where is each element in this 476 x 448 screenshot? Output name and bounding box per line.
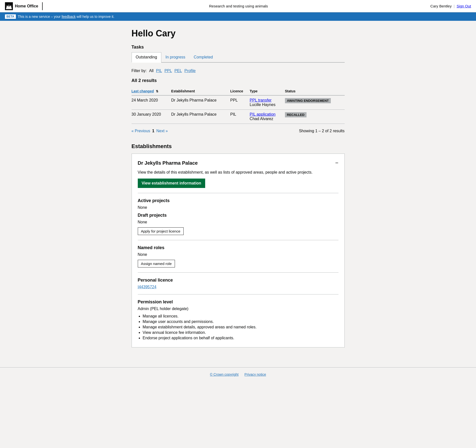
row1-type-link[interactable]: PPL transfer [250, 98, 272, 102]
row1-licence: PPL [230, 95, 250, 110]
beta-tag: BETA [5, 14, 16, 19]
assign-named-role-button[interactable]: Assign named role [138, 260, 175, 267]
table-row: 30 January 2020 Dr Jekylls Pharma Palace… [132, 110, 345, 124]
row1-date: 24 March 2020 [132, 95, 171, 110]
list-item: Manage all licences. [143, 314, 338, 318]
row1-type: PPL transfer Lucille Haynes [250, 95, 285, 110]
personal-licence-section: Personal licence I44395724 [138, 278, 338, 289]
named-roles-value: None [138, 252, 338, 257]
tab-outstanding[interactable]: Outstanding [132, 52, 161, 63]
sort-last-changed[interactable]: Last changed [132, 89, 154, 93]
row2-establishment: Dr Jekylls Pharma Palace [171, 110, 230, 124]
row1-establishment: Dr Jekylls Pharma Palace [171, 95, 230, 110]
tasks-label: Tasks [132, 45, 345, 50]
named-roles-title: Named roles [138, 245, 338, 250]
status-badge: RECALLED [285, 112, 307, 117]
personal-licence-link[interactable]: I44395724 [138, 285, 157, 289]
establishment-name: Dr Jekylls Pharma Palace [138, 160, 198, 166]
col-licence: Licence [230, 87, 250, 95]
personal-licence-title: Personal licence [138, 278, 338, 283]
establishments-heading: Establishments [132, 143, 345, 150]
privacy-link[interactable]: Privacy notice [245, 372, 266, 376]
tab-in-progress[interactable]: In progress [161, 52, 190, 62]
list-item: Manage user accounts and permissions. [143, 319, 338, 324]
row2-status: RECALLED [285, 110, 345, 124]
list-item: Endorse project applications on behalf o… [143, 336, 338, 340]
active-projects-section: Active projects None [138, 198, 338, 210]
row2-date: 30 January 2020 [132, 110, 171, 124]
col-type: Type [250, 87, 285, 95]
pagination-current: 1 [152, 129, 154, 133]
divider [138, 272, 338, 273]
tasks-tabs: Outstanding In progress Completed [132, 52, 345, 63]
site-header: Home Office Research and testing using a… [0, 0, 476, 12]
sign-out-link[interactable]: Sign Out [457, 4, 471, 8]
status-badge: AWAITING ENDORSEMENT [285, 98, 331, 103]
header-user: Cary Bentley | Sign Out [430, 4, 471, 8]
tab-completed[interactable]: Completed [190, 52, 217, 62]
collapse-button[interactable]: − [335, 160, 338, 166]
header-divider: | [454, 4, 455, 8]
establishments-section: Establishments Dr Jekylls Pharma Palace … [132, 143, 345, 347]
pagination-previous[interactable]: « Previous [132, 129, 150, 133]
feedback-link[interactable]: feedback [61, 15, 76, 19]
logo: Home Office [5, 2, 43, 10]
permission-level-section: Permission level Admin (PEL holder deleg… [138, 299, 338, 340]
service-name: Research and testing using animals [47, 4, 430, 8]
pagination-showing: Showing 1 – 2 of 2 results [299, 129, 344, 133]
divider [138, 240, 338, 240]
permissions-list: Manage all licences. Manage user account… [138, 314, 338, 340]
beta-text: This is a new service – your feedback wi… [18, 15, 114, 19]
filter-bar: Filter by: All PIL PPL PEL Profile [132, 69, 345, 73]
main-content: Hello Cary Tasks Outstanding In progress… [127, 21, 350, 367]
draft-projects-title: Draft projects [138, 213, 338, 218]
row1-type-person: Lucille Haynes [250, 103, 276, 107]
apply-project-licence-button[interactable]: Apply for project licence [138, 227, 184, 235]
sort-icon: ⇅ [156, 90, 158, 93]
draft-projects-value: None [138, 220, 338, 224]
user-name: Cary Bentley [430, 4, 452, 8]
table-row: 24 March 2020 Dr Jekylls Pharma Palace P… [132, 95, 345, 110]
row2-type-link[interactable]: PIL application [250, 112, 276, 116]
tasks-table: Last changed ⇅ Establishment Licence Typ… [132, 87, 345, 124]
named-roles-section: Named roles None Assign named role [138, 245, 338, 267]
row2-type-person: Chad Alvarez [250, 117, 273, 121]
list-item: View annual licence fee information. [143, 330, 338, 335]
pagination-next[interactable]: Next » [156, 129, 168, 133]
filter-profile[interactable]: Profile [184, 69, 196, 73]
list-item: Manage establishment details, approved a… [143, 325, 338, 329]
filter-pil[interactable]: PIL [156, 69, 162, 73]
pagination: « Previous 1 Next » Showing 1 – 2 of 2 r… [132, 129, 345, 133]
filter-pel[interactable]: PEL [174, 69, 182, 73]
establishment-description: View the details of this establishment, … [138, 170, 338, 175]
row2-licence: PIL [230, 110, 250, 124]
row1-status: AWAITING ENDORSEMENT [285, 95, 345, 110]
col-establishment: Establishment [171, 87, 230, 95]
divider [138, 193, 338, 193]
establishment-card: Dr Jekylls Pharma Palace − View the deta… [132, 154, 345, 347]
draft-projects-section: Draft projects None Apply for project li… [138, 213, 338, 235]
active-projects-title: Active projects [138, 198, 338, 203]
col-status: Status [285, 87, 345, 95]
pagination-nav: « Previous 1 Next » [132, 129, 168, 133]
divider [138, 294, 338, 294]
active-projects-value: None [138, 205, 338, 210]
logo-text: Home Office [15, 4, 38, 8]
permission-level-value: Admin (PEL holder delegate) [138, 307, 338, 311]
crown-icon [5, 2, 13, 10]
row2-type: PIL application Chad Alvarez [250, 110, 285, 124]
results-count: All 2 results [132, 78, 345, 83]
filter-label: Filter by: [132, 69, 147, 73]
page-heading: Hello Cary [132, 28, 345, 39]
beta-banner: BETA This is a new service – your feedba… [0, 12, 476, 21]
filter-all: All [149, 69, 154, 73]
permission-level-title: Permission level [138, 299, 338, 305]
filter-ppl[interactable]: PPL [165, 69, 172, 73]
copyright-link[interactable]: © Crown copyright [210, 372, 238, 376]
establishment-header: Dr Jekylls Pharma Palace − [138, 160, 338, 166]
view-establishment-button[interactable]: View establishment information [138, 179, 205, 188]
site-footer: © Crown copyright Privacy notice [0, 367, 476, 381]
col-last-changed: Last changed ⇅ [132, 87, 171, 95]
